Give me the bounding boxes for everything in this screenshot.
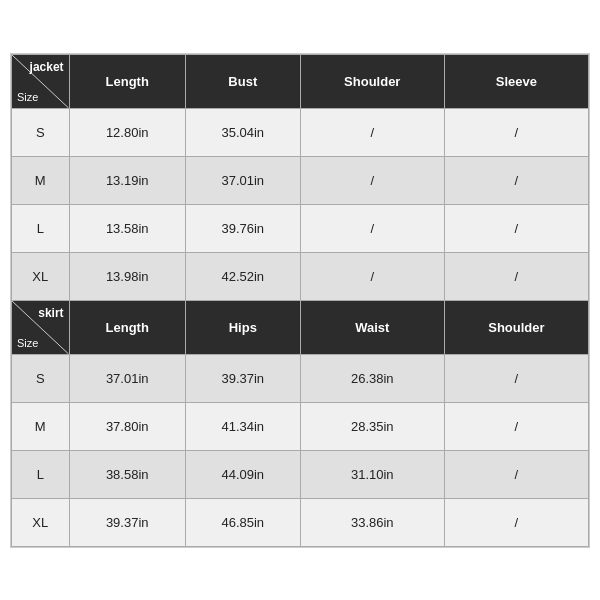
jacket-l-bust: 39.76in xyxy=(185,204,300,252)
skirt-size-xl: XL xyxy=(12,498,70,546)
skirt-xl-length: 39.37in xyxy=(69,498,185,546)
jacket-size-m: M xyxy=(12,156,70,204)
jacket-size-s: S xyxy=(12,108,70,156)
skirt-corner-cell: skirt Size xyxy=(12,300,70,354)
jacket-l-shoulder: / xyxy=(300,204,444,252)
skirt-size-label: Size xyxy=(17,337,38,349)
skirt-l-waist: 31.10in xyxy=(300,450,444,498)
jacket-col-length: Length xyxy=(69,54,185,108)
jacket-row-m: M 13.19in 37.01in / / xyxy=(12,156,589,204)
jacket-row-xl: XL 13.98in 42.52in / / xyxy=(12,252,589,300)
skirt-col-waist: Waist xyxy=(300,300,444,354)
jacket-s-bust: 35.04in xyxy=(185,108,300,156)
skirt-col-shoulder: Shoulder xyxy=(444,300,588,354)
jacket-m-length: 13.19in xyxy=(69,156,185,204)
skirt-s-length: 37.01in xyxy=(69,354,185,402)
jacket-xl-bust: 42.52in xyxy=(185,252,300,300)
jacket-m-sleeve: / xyxy=(444,156,588,204)
jacket-row-l: L 13.58in 39.76in / / xyxy=(12,204,589,252)
jacket-corner-cell: jacket Size xyxy=(12,54,70,108)
skirt-xl-waist: 33.86in xyxy=(300,498,444,546)
skirt-m-length: 37.80in xyxy=(69,402,185,450)
jacket-col-bust: Bust xyxy=(185,54,300,108)
skirt-xl-hips: 46.85in xyxy=(185,498,300,546)
skirt-row-s: S 37.01in 39.37in 26.38in / xyxy=(12,354,589,402)
jacket-row-s: S 12.80in 35.04in / / xyxy=(12,108,589,156)
jacket-size-l: L xyxy=(12,204,70,252)
skirt-size-s: S xyxy=(12,354,70,402)
jacket-col-sleeve: Sleeve xyxy=(444,54,588,108)
skirt-m-hips: 41.34in xyxy=(185,402,300,450)
skirt-s-hips: 39.37in xyxy=(185,354,300,402)
jacket-l-length: 13.58in xyxy=(69,204,185,252)
skirt-l-hips: 44.09in xyxy=(185,450,300,498)
skirt-l-shoulder: / xyxy=(444,450,588,498)
skirt-s-shoulder: / xyxy=(444,354,588,402)
skirt-size-l: L xyxy=(12,450,70,498)
jacket-s-shoulder: / xyxy=(300,108,444,156)
skirt-row-xl: XL 39.37in 46.85in 33.86in / xyxy=(12,498,589,546)
skirt-label: skirt xyxy=(38,306,63,320)
jacket-size-label: Size xyxy=(17,91,38,103)
skirt-row-l: L 38.58in 44.09in 31.10in / xyxy=(12,450,589,498)
jacket-s-sleeve: / xyxy=(444,108,588,156)
skirt-xl-shoulder: / xyxy=(444,498,588,546)
jacket-m-shoulder: / xyxy=(300,156,444,204)
skirt-header-row: skirt Size Length Hips Waist Shoulder xyxy=(12,300,589,354)
skirt-m-waist: 28.35in xyxy=(300,402,444,450)
jacket-xl-sleeve: / xyxy=(444,252,588,300)
jacket-size-xl: XL xyxy=(12,252,70,300)
skirt-col-hips: Hips xyxy=(185,300,300,354)
skirt-size-m: M xyxy=(12,402,70,450)
jacket-col-shoulder: Shoulder xyxy=(300,54,444,108)
skirt-col-length: Length xyxy=(69,300,185,354)
skirt-row-m: M 37.80in 41.34in 28.35in / xyxy=(12,402,589,450)
jacket-m-bust: 37.01in xyxy=(185,156,300,204)
jacket-l-sleeve: / xyxy=(444,204,588,252)
skirt-s-waist: 26.38in xyxy=(300,354,444,402)
jacket-s-length: 12.80in xyxy=(69,108,185,156)
jacket-xl-shoulder: / xyxy=(300,252,444,300)
jacket-xl-length: 13.98in xyxy=(69,252,185,300)
skirt-m-shoulder: / xyxy=(444,402,588,450)
skirt-l-length: 38.58in xyxy=(69,450,185,498)
jacket-label: jacket xyxy=(30,60,64,74)
jacket-header-row: jacket Size Length Bust Shoulder Sleeve xyxy=(12,54,589,108)
size-chart: jacket Size Length Bust Shoulder Sleeve … xyxy=(10,53,590,548)
